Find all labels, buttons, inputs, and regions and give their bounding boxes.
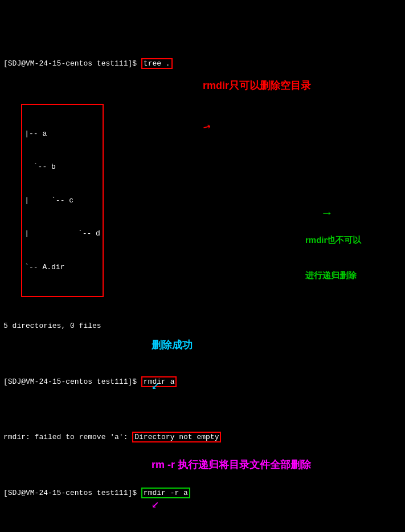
arrow-green-1: →	[323, 206, 330, 221]
delete-success-text: 删除成功	[152, 338, 193, 353]
rmdir-annotation-text: rmdir只可以删除空目录	[203, 78, 311, 94]
tree1-l2: `-- b	[24, 161, 100, 173]
terminal: [SDJ@VM-24-15-centos test111]$ tree . |-…	[0, 0, 405, 532]
tree-output-1: |-- a `-- b | `-- c | `-- d `-- A.dir	[21, 104, 104, 298]
recursive-note-1: rmdir也不可以	[305, 234, 361, 247]
cmd-line-1: [SDJ@VM-24-15-centos test111]$ tree .	[3, 58, 221, 70]
recursive-annotation: → rmdir也不可以 进行递归删除	[305, 193, 361, 304]
rmdir-annotation: rmdir只可以删除空目录 ↙	[203, 56, 311, 159]
tree1-l4: | `-- d	[24, 228, 100, 239]
prompt-3: [SDJ@VM-24-15-centos test111]$	[3, 489, 141, 497]
delete-success-annotation: 删除成功 ↙	[152, 315, 193, 417]
arrow-magenta-1: ↙	[152, 495, 311, 514]
rm-annotation-text: rm -r 执行递归将目录文件全部删除	[152, 457, 311, 473]
prompt-1: [SDJ@VM-24-15-centos test111]$	[3, 59, 141, 68]
cmd1-highlight: tree .	[141, 58, 173, 69]
arrow-cyan-1: ↙	[152, 376, 193, 395]
err1-text: rmdir: failed to remove 'a':	[3, 433, 132, 441]
rm-annotation: rm -r 执行递归将目录文件全部删除 ↙	[152, 435, 311, 532]
tree1-l5: `-- A.dir	[24, 262, 100, 273]
tree1-l3: | `-- c	[24, 195, 100, 206]
tree1-l1: |-- a	[24, 128, 100, 140]
recursive-note-2: 进行递归删除	[305, 269, 361, 282]
prompt-2: [SDJ@VM-24-15-centos test111]$	[3, 377, 141, 386]
